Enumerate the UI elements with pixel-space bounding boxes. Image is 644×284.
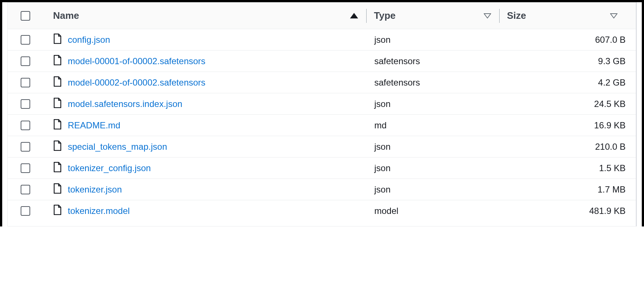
row-checkbox[interactable] [21, 142, 30, 152]
table-row: README.mdmd16.9 KB [8, 115, 636, 136]
row-size-cell: 1.5 KB [500, 163, 636, 173]
file-type: json [374, 142, 391, 152]
row-select-cell [8, 163, 43, 173]
col-header-size[interactable]: Size [500, 3, 636, 29]
row-type-cell: json [367, 99, 500, 109]
table-header-row: Name Type Size [8, 3, 636, 29]
file-size: 1.7 MB [507, 184, 626, 195]
file-size: 481.9 KB [507, 206, 626, 216]
row-type-cell: json [367, 142, 500, 152]
row-size-cell: 481.9 KB [500, 206, 636, 216]
row-name-cell: tokenizer.json [43, 183, 367, 196]
table-row: special_tokens_map.jsonjson210.0 B [8, 136, 636, 157]
col-header-type-label: Type [374, 10, 396, 21]
col-header-type[interactable]: Type [367, 3, 499, 29]
file-size: 210.0 B [507, 142, 626, 152]
file-type: json [374, 163, 391, 173]
row-size-cell: 1.7 MB [500, 184, 636, 195]
row-select-cell [8, 206, 43, 216]
row-name-cell: config.json [43, 34, 367, 46]
row-checkbox[interactable] [21, 35, 30, 45]
file-size: 607.0 B [507, 35, 626, 45]
row-checkbox[interactable] [21, 78, 30, 87]
table-body: config.jsonjson607.0 Bmodel-00001-of-000… [8, 29, 636, 226]
file-type: json [374, 99, 391, 109]
row-name-cell: tokenizer.model [43, 205, 367, 217]
row-select-cell [8, 185, 43, 194]
row-checkbox[interactable] [21, 121, 30, 130]
row-size-cell: 4.2 GB [500, 77, 636, 88]
file-type: model [374, 206, 398, 216]
row-type-cell: safetensors [367, 56, 500, 66]
row-select-cell [8, 99, 43, 109]
file-name-link[interactable]: model-00001-of-00002.safetensors [68, 56, 206, 66]
row-size-cell: 210.0 B [500, 142, 636, 152]
col-header-select [8, 3, 43, 29]
table-row: model-00002-of-00002.safetensorssafetens… [8, 72, 636, 93]
svg-marker-0 [484, 14, 491, 18]
row-select-cell [8, 121, 43, 130]
row-size-cell: 607.0 B [500, 35, 636, 45]
row-name-cell: tokenizer_config.json [43, 162, 367, 174]
row-select-cell [8, 142, 43, 152]
sort-none-icon [484, 13, 491, 18]
row-name-cell: model.safetensors.index.json [43, 98, 367, 110]
row-size-cell: 16.9 KB [500, 120, 636, 131]
table-row: model-00001-of-00002.safetensorssafetens… [8, 51, 636, 72]
file-name-link[interactable]: model.safetensors.index.json [68, 99, 182, 109]
row-checkbox[interactable] [21, 99, 30, 109]
file-icon [53, 55, 62, 67]
file-type: safetensors [374, 77, 420, 88]
file-icon [53, 76, 62, 89]
file-size: 4.2 GB [507, 77, 626, 88]
row-select-cell [8, 35, 43, 45]
sort-none-icon [610, 13, 617, 18]
row-checkbox[interactable] [21, 163, 30, 173]
row-name-cell: README.md [43, 119, 367, 132]
table-row: tokenizer.modelmodel481.9 KB [8, 200, 636, 222]
col-header-name[interactable]: Name [43, 3, 366, 29]
select-all-checkbox[interactable] [21, 11, 30, 21]
row-name-cell: model-00002-of-00002.safetensors [43, 76, 367, 89]
row-select-cell [8, 56, 43, 66]
file-name-link[interactable]: config.json [68, 35, 110, 45]
row-select-cell [8, 78, 43, 87]
file-name-link[interactable]: tokenizer.json [68, 184, 122, 195]
row-type-cell: json [367, 35, 500, 45]
file-name-link[interactable]: model-00002-of-00002.safetensors [68, 77, 206, 88]
row-name-cell: model-00001-of-00002.safetensors [43, 55, 367, 67]
row-checkbox[interactable] [21, 185, 30, 194]
row-size-cell: 24.5 KB [500, 99, 636, 109]
col-header-size-label: Size [507, 10, 526, 21]
col-header-name-label: Name [53, 10, 79, 21]
table-row: model.safetensors.index.jsonjson24.5 KB [8, 93, 636, 115]
file-type: json [374, 35, 391, 45]
file-size: 9.3 GB [507, 56, 626, 66]
row-type-cell: model [367, 206, 500, 216]
file-icon [53, 98, 62, 110]
file-icon [53, 183, 62, 196]
row-checkbox[interactable] [21, 206, 30, 216]
file-name-link[interactable]: tokenizer_config.json [68, 163, 151, 173]
row-size-cell: 9.3 GB [500, 56, 636, 66]
file-icon [53, 162, 62, 174]
file-name-link[interactable]: special_tokens_map.json [68, 142, 167, 152]
sort-asc-icon [350, 13, 358, 18]
svg-marker-1 [610, 14, 617, 18]
file-size: 1.5 KB [507, 163, 626, 173]
object-listing-panel: Name Type Size config.jsonjson607.0 Bmod… [0, 0, 644, 226]
file-type: safetensors [374, 56, 420, 66]
row-type-cell: md [367, 120, 500, 131]
file-name-link[interactable]: tokenizer.model [68, 206, 130, 216]
table-row: tokenizer_config.jsonjson1.5 KB [8, 157, 636, 179]
file-icon [53, 34, 62, 46]
row-name-cell: special_tokens_map.json [43, 141, 367, 153]
file-icon [53, 119, 62, 132]
file-name-link[interactable]: README.md [68, 120, 120, 131]
file-type: md [374, 120, 386, 131]
file-icon [53, 141, 62, 153]
file-icon [53, 205, 62, 217]
file-size: 24.5 KB [507, 99, 626, 109]
table-container: Name Type Size config.jsonjson607.0 Bmod… [7, 2, 637, 226]
row-checkbox[interactable] [21, 56, 30, 66]
